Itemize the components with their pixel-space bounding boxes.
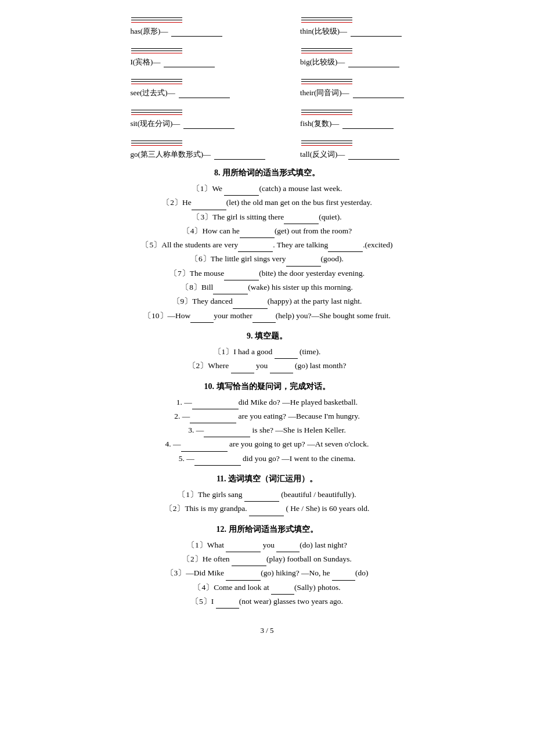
blank [224, 272, 259, 280]
line [348, 159, 399, 160]
line [301, 110, 352, 110]
s8-item4: 〔4〕How can he(get) out from the room? [35, 224, 499, 238]
form-item-sit-label: sit(现在分词)— [130, 118, 265, 129]
line [301, 20, 352, 20]
blank [194, 458, 241, 466]
line-red [131, 53, 182, 53]
blank [252, 315, 276, 323]
line [131, 112, 182, 113]
word-forms-left: has(原形)— I(宾格)— [130, 17, 265, 160]
label-their: their(同音词)— [300, 88, 349, 98]
blank [226, 544, 261, 552]
blank [240, 230, 275, 238]
lines-above-i [130, 48, 265, 53]
section10: 10. 填写恰当的疑问词，完成对话。 1. —did Mike do? —He … [35, 381, 499, 466]
s8-item1: 〔1〕We (catch) a mouse last week. [35, 182, 499, 196]
form-item-has [130, 17, 265, 23]
label-i: I(宾格)— [130, 57, 160, 67]
s8-item3: 〔3〕The girl is sitting there(quiet). [35, 210, 499, 224]
s10-item3: 3. — is she? —She is Helen Keller. [35, 423, 499, 437]
line [183, 128, 234, 129]
s12-item4: 〔4〕Come and look at (Sally) photos. [35, 581, 499, 595]
section11: 11. 选词填空（词汇运用）。 〔1〕The girls sang (beaut… [35, 474, 499, 516]
line [301, 141, 352, 141]
lines-above-big [300, 48, 403, 53]
s10-item1: 1. —did Mike do? —He played basketball. [35, 395, 499, 409]
line [131, 143, 182, 143]
blank [213, 286, 248, 294]
blank [276, 544, 300, 552]
lines-above-tall [300, 141, 403, 146]
s8-item2: 〔2〕He(let) the old man get on the bus fi… [35, 196, 499, 210]
lines-above-has [131, 17, 182, 23]
s12-item5: 〔5〕I (not wear) glasses two years ago. [35, 595, 499, 609]
blank [233, 301, 268, 309]
s11-item2: 〔2〕This is my grandpa. ( He / She) is 60… [35, 502, 499, 516]
line [171, 36, 222, 37]
form-item-their-label: their(同音词)— [300, 88, 403, 98]
line [131, 79, 182, 80]
label-has: has(原形)— [130, 26, 168, 37]
section12: 12. 用所给词适当形式填空。 〔1〕What you (do) last ni… [35, 524, 499, 609]
line [301, 143, 352, 143]
line [131, 141, 182, 141]
blank [286, 258, 321, 267]
blank [271, 586, 294, 595]
line [301, 81, 352, 82]
section10-header: 10. 填写恰当的疑问词，完成对话。 [35, 381, 499, 392]
line-red [301, 84, 352, 84]
s10-item4: 4. — are you going to get up? —At seven … [35, 437, 499, 451]
line-red [131, 84, 182, 84]
line [131, 17, 182, 18]
form-item-has-label: has(原形)— [130, 26, 265, 37]
line [179, 98, 230, 98]
form-item-see-label: see(过去式)— [130, 88, 265, 98]
form-item-thin-label: thin(比较级)— [300, 26, 403, 37]
line [131, 51, 182, 51]
lines-has [171, 36, 222, 37]
blank [232, 558, 266, 566]
s8-item10: 〔10〕—Howyour mother(help) you?—She bough… [35, 309, 499, 323]
blank [231, 365, 254, 373]
label-big: big(比较级)— [300, 57, 345, 67]
s12-item3: 〔3〕—Did Mike (go) hiking? —No, he (do) [35, 566, 499, 580]
line [214, 159, 265, 160]
line [351, 36, 402, 37]
blank [190, 415, 236, 423]
line-red [301, 53, 352, 53]
line-red [131, 114, 182, 115]
s8-item5: 〔5〕All the students are very. They are t… [35, 238, 499, 252]
line-red [131, 145, 182, 146]
label-tall: tall(反义词)— [300, 149, 345, 160]
section8: 8. 用所给词的适当形式填空。 〔1〕We (catch) a mouse la… [35, 168, 499, 323]
label-sit: sit(现在分词)— [130, 118, 180, 129]
line-red [301, 145, 352, 146]
section9: 9. 填空题。 〔1〕I had a good (time). 〔2〕Where… [35, 331, 499, 373]
line [131, 48, 182, 49]
line [131, 20, 182, 20]
line [131, 81, 182, 82]
line [301, 48, 352, 49]
form-item-fish-label: fish(复数)— [300, 118, 403, 129]
section8-header: 8. 用所给词的适当形式填空。 [35, 168, 499, 178]
s9-item1: 〔1〕I had a good (time). [35, 345, 499, 359]
blank [192, 202, 226, 210]
section12-header: 12. 用所给词适当形式填空。 [35, 524, 499, 535]
blank [216, 600, 239, 609]
blank [192, 401, 239, 409]
page-number: 3 / 5 [35, 626, 499, 635]
page-content: has(原形)— I(宾格)— [35, 17, 499, 635]
blank [204, 429, 250, 437]
section9-header: 9. 填空题。 [35, 331, 499, 341]
line [353, 98, 404, 98]
line [164, 67, 215, 67]
line [301, 51, 352, 51]
s8-item8: 〔8〕Bill(wake) his sister up this morning… [35, 280, 499, 294]
label-see: see(过去式)— [130, 88, 175, 98]
lines-above-go [130, 141, 265, 146]
blank [190, 315, 214, 323]
lines-above-sit [130, 110, 265, 115]
line [301, 112, 352, 113]
s10-item2: 2. — are you eating? —Because I'm hungry… [35, 409, 499, 423]
label-fish: fish(复数)— [300, 118, 339, 129]
